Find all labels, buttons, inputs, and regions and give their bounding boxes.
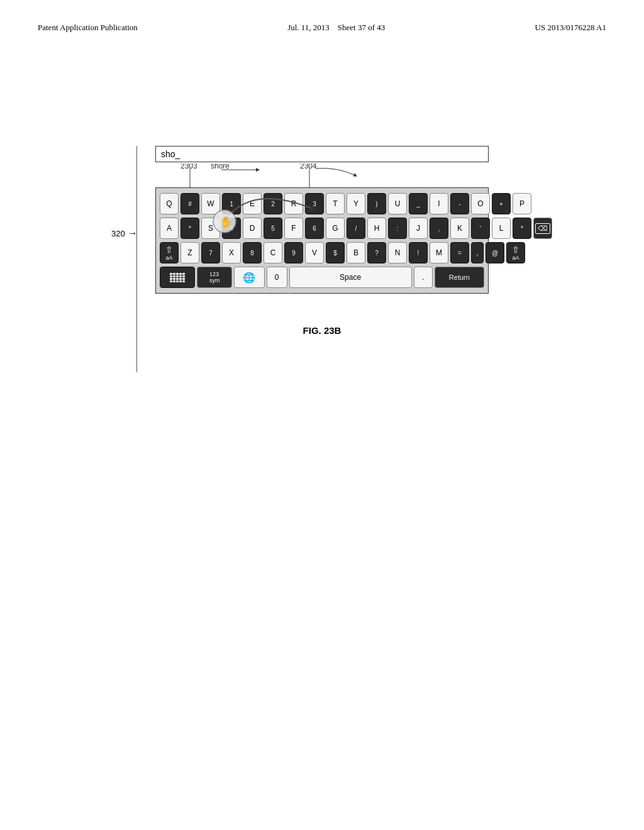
- key-H[interactable]: H: [367, 218, 386, 239]
- return-label: Return: [449, 274, 470, 281]
- label-320: 320 →: [111, 228, 138, 239]
- space-label: Space: [340, 273, 361, 282]
- key-comma-dark[interactable]: ,: [471, 242, 484, 263]
- key-7[interactable]: 7: [201, 242, 220, 263]
- key-J[interactable]: J: [409, 218, 428, 239]
- key-Q[interactable]: Q: [160, 193, 179, 214]
- key-return[interactable]: Return: [435, 267, 484, 288]
- key-star[interactable]: *: [180, 218, 199, 239]
- key-comma2[interactable]: ,: [430, 218, 448, 239]
- key-colon[interactable]: :: [388, 218, 407, 239]
- key-T[interactable]: T: [326, 193, 345, 214]
- key-K[interactable]: K: [450, 218, 469, 239]
- key-E[interactable]: E: [243, 193, 262, 214]
- key-1[interactable]: 1: [222, 193, 241, 214]
- key-9[interactable]: 9: [284, 242, 303, 263]
- key-space[interactable]: Space: [289, 267, 412, 288]
- key-N[interactable]: N: [388, 242, 407, 263]
- text-input-field[interactable]: sho_: [155, 146, 489, 162]
- key-shift-left[interactable]: ⇧ aA: [160, 242, 179, 263]
- key-rparen[interactable]: ): [367, 193, 386, 214]
- header-left: Patent Application Publication: [38, 23, 138, 33]
- key-exclaim[interactable]: !: [409, 242, 428, 263]
- key-dollar[interactable]: $: [326, 242, 345, 263]
- key-A[interactable]: A: [160, 218, 179, 239]
- svg-text:shore: shore: [211, 163, 230, 170]
- keyboard-container: ✋ Q # W 1 E 2 R 3 T Y ) U _ I -: [155, 187, 489, 294]
- key-C[interactable]: C: [264, 242, 282, 263]
- key-G[interactable]: G: [326, 218, 345, 239]
- keyboard-row-3: ⇧ aA Z 7 X 8 C 9 V $ B ? N ! M = , @: [160, 242, 484, 263]
- header-right: US 2013/0176228 A1: [535, 23, 606, 33]
- keyboard-row-2: A * S 4 D 5 F 6 G / H : J , K ' L * ⌫: [160, 218, 484, 239]
- key-M[interactable]: M: [430, 242, 448, 263]
- label-320-text: 320: [111, 229, 125, 238]
- header-center: Jul. 11, 2013 Sheet 37 of 43: [287, 23, 385, 33]
- key-2[interactable]: 2: [264, 193, 282, 214]
- label-2303-text: 2303: [180, 163, 197, 170]
- main-content: 320 → sho_ 2303 shore 2304: [0, 33, 644, 336]
- key-slash[interactable]: /: [347, 218, 365, 239]
- key-shift-right[interactable]: ⇧ aA: [506, 242, 525, 263]
- key-I[interactable]: I: [430, 193, 448, 214]
- key-hash[interactable]: #: [180, 193, 199, 214]
- key-backspace[interactable]: ⌫: [533, 218, 552, 239]
- key-X[interactable]: X: [222, 242, 241, 263]
- key-8[interactable]: 8: [243, 242, 262, 263]
- key-grid-keyboard[interactable]: [160, 267, 195, 288]
- key-apos[interactable]: ': [471, 218, 490, 239]
- key-4[interactable]: 4: [222, 218, 241, 239]
- keyboard-row-4: 123sym 🌐 0 Space . Return: [160, 267, 484, 288]
- patent-number: US 2013/0176228 A1: [535, 23, 606, 32]
- labels-row: 2303 shore 2304: [155, 163, 489, 186]
- text-field-value: sho_: [161, 149, 180, 159]
- key-minus[interactable]: -: [450, 193, 469, 214]
- key-O[interactable]: O: [471, 193, 490, 214]
- left-border-line: [136, 146, 137, 372]
- key-5[interactable]: 5: [264, 218, 282, 239]
- key-P[interactable]: P: [513, 193, 531, 214]
- key-at[interactable]: @: [486, 242, 504, 263]
- key-123-sym[interactable]: 123sym: [197, 267, 232, 288]
- key-123-label: 123sym: [209, 271, 220, 284]
- publication-label: Patent Application Publication: [38, 23, 138, 32]
- key-R[interactable]: R: [284, 193, 303, 214]
- key-plus[interactable]: +: [492, 193, 511, 214]
- key-3[interactable]: 3: [305, 193, 324, 214]
- key-W[interactable]: W: [201, 193, 220, 214]
- key-Y[interactable]: Y: [347, 193, 365, 214]
- figure-caption: FIG. 23B: [303, 325, 341, 336]
- key-D[interactable]: D: [243, 218, 262, 239]
- key-S[interactable]: S: [201, 218, 220, 239]
- grid-icon: [170, 273, 185, 282]
- key-U[interactable]: U: [388, 193, 407, 214]
- key-Z[interactable]: Z: [180, 242, 199, 263]
- key-equals[interactable]: =: [450, 242, 469, 263]
- sheet-number: Sheet 37 of 43: [338, 23, 385, 32]
- keyboard-row-1: Q # W 1 E 2 R 3 T Y ) U _ I - O + P: [160, 193, 484, 214]
- key-B[interactable]: B: [347, 242, 365, 263]
- key-0[interactable]: 0: [267, 267, 287, 288]
- key-underscore[interactable]: _: [409, 193, 428, 214]
- key-emoji[interactable]: 🌐: [234, 267, 264, 288]
- backspace-icon: ⌫: [535, 223, 550, 234]
- key-F[interactable]: F: [284, 218, 303, 239]
- patent-header: Patent Application Publication Jul. 11, …: [0, 0, 644, 33]
- caption-text: FIG. 23B: [303, 325, 341, 336]
- labels-svg: 2303 shore 2304: [155, 163, 489, 189]
- key-star2[interactable]: *: [513, 218, 531, 239]
- key-question[interactable]: ?: [367, 242, 386, 263]
- key-L[interactable]: L: [492, 218, 511, 239]
- publication-date: Jul. 11, 2013: [287, 23, 330, 32]
- svg-text:2304: 2304: [300, 163, 317, 170]
- figure-container: 320 → sho_ 2303 shore 2304: [155, 146, 489, 294]
- key-6[interactable]: 6: [305, 218, 324, 239]
- key-V[interactable]: V: [305, 242, 324, 263]
- key-period[interactable]: .: [414, 267, 433, 288]
